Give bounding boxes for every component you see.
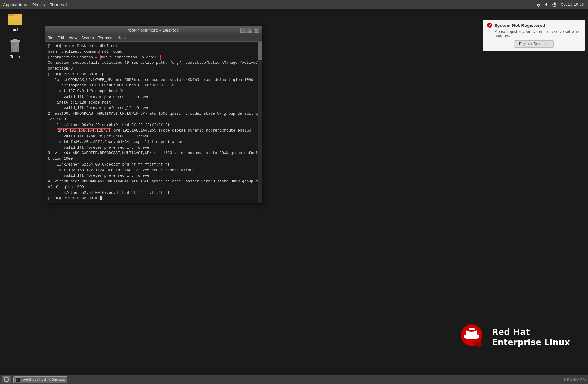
terminal-menu-help[interactable]: Help <box>118 36 126 40</box>
terminal-menu-file[interactable]: File <box>47 36 53 40</box>
taskbar: $ root@localhost:~/Desktop 冬冬爱喝哈哈哈 <box>0 375 588 384</box>
topbar-menu: Applications Places Terminal <box>3 2 67 7</box>
power-icon <box>552 2 557 7</box>
terminal-menu-edit[interactable]: Edit <box>57 36 64 40</box>
register-system-button[interactable]: Register System... <box>514 40 554 48</box>
highlight-inet: inet 192.168.164.128/24 <box>57 128 111 133</box>
terminal-title: root@localhost:~/Desktop <box>66 28 240 33</box>
topbar: Applications Places Terminal Oct 19 10:3… <box>0 0 588 9</box>
taskbar-terminal-label: root@localhost:~/Desktop <box>22 378 65 382</box>
terminal-menu-search[interactable]: Search <box>82 36 94 40</box>
terminal-cursor <box>100 196 102 200</box>
trash-icon-label: Trash <box>10 55 20 59</box>
svg-text:$: $ <box>16 379 18 382</box>
terminal-scrollbar-thumb <box>258 42 262 60</box>
notification-header: ✕ System Not Registered <box>487 23 580 28</box>
redhat-logo: Red Hat Enterprise Linux <box>460 324 570 351</box>
terminal-titlebar: root@localhost:~/Desktop ─ □ ✕ <box>45 26 262 34</box>
menu-applications[interactable]: Applications <box>3 2 27 7</box>
desktop-icon-small <box>4 377 9 382</box>
highlight-nmcli: nmcli connection up ens160 <box>100 55 161 60</box>
notification-body: Please register your system to receive s… <box>494 29 580 38</box>
svg-rect-5 <box>8 16 22 19</box>
terminal-scrollbar[interactable] <box>258 42 262 203</box>
menu-places[interactable]: Places <box>32 2 45 7</box>
root-icon-label: root <box>11 28 19 32</box>
terminal-close-button[interactable]: ✕ <box>254 28 259 33</box>
svg-marker-1 <box>545 3 547 6</box>
terminal-maximize-button[interactable]: □ <box>247 28 252 33</box>
datetime: Oct 19 10:35 <box>561 2 584 7</box>
svg-rect-19 <box>5 381 8 382</box>
show-desktop-button[interactable] <box>2 376 11 383</box>
trash-icon <box>8 39 22 54</box>
redhat-enterprise: Enterprise Linux <box>492 337 570 348</box>
svg-rect-7 <box>13 39 17 41</box>
terminal-menu-view[interactable]: View <box>69 36 77 40</box>
terminal-menubar: File Edit View Search Terminal Help <box>45 34 262 42</box>
menu-terminal[interactable]: Terminal <box>50 2 67 7</box>
svg-rect-16 <box>469 328 475 330</box>
terminal-controls: ─ □ ✕ <box>240 28 259 33</box>
taskbar-terminal-button[interactable]: $ root@localhost:~/Desktop <box>13 376 67 383</box>
terminal-output: [root@server Desktop]# dhclient bash: dh… <box>48 43 259 201</box>
redhat-name: Red Hat <box>492 327 570 337</box>
notification-close-icon[interactable]: ✕ <box>487 23 492 28</box>
terminal-body[interactable]: [root@server Desktop]# dhclient bash: dh… <box>45 42 262 203</box>
terminal-minimize-button[interactable]: ─ <box>240 28 246 33</box>
notification-popup: ✕ System Not Registered Please register … <box>483 20 585 51</box>
taskbar-watermark: 冬冬爱喝哈哈哈 <box>563 377 586 382</box>
terminal-menu-terminal[interactable]: Terminal <box>98 36 113 40</box>
sound-icon <box>544 2 549 7</box>
desktop-icon-root[interactable]: root <box>3 12 27 32</box>
taskbar-right: 冬冬爱喝哈哈哈 <box>563 377 586 382</box>
redhat-hat-icon <box>460 324 487 351</box>
svg-point-0 <box>538 6 539 7</box>
network-icon <box>536 2 541 7</box>
svg-point-17 <box>474 342 482 347</box>
topbar-right: Oct 19 10:35 <box>536 2 585 7</box>
svg-rect-18 <box>4 378 8 381</box>
terminal-window: root@localhost:~/Desktop ─ □ ✕ File Edit… <box>45 26 262 203</box>
notification-title: System Not Registered <box>494 23 545 28</box>
folder-icon <box>8 12 22 26</box>
desktop-icon-trash[interactable]: Trash <box>3 39 27 59</box>
terminal-taskbar-icon: $ <box>15 377 20 382</box>
redhat-text: Red Hat Enterprise Linux <box>492 327 570 347</box>
desktop: root Trash ✕ System Not Registered Pleas… <box>0 9 588 375</box>
